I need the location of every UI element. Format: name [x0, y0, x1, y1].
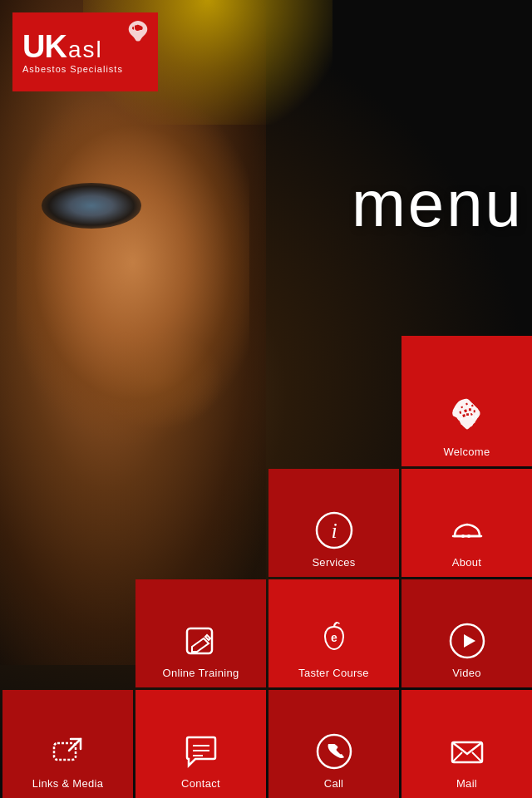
svg-point-4	[467, 534, 470, 538]
eye-detail	[42, 183, 141, 229]
chat-icon	[180, 731, 222, 772]
tile-taster-course[interactable]: e Taster Course	[268, 579, 399, 687]
logo-asl: asl	[68, 38, 103, 62]
call-label: Call	[324, 777, 344, 790]
tile-mail[interactable]: Mail	[401, 690, 532, 798]
logo[interactable]: UK asl Asbestos Specialists	[12, 12, 158, 91]
menu-row-4: Links & Media Contact Call	[2, 690, 532, 798]
welcome-label: Welcome	[443, 446, 490, 458]
svg-line-15	[472, 752, 482, 762]
edit-icon	[180, 620, 222, 662]
link-icon	[47, 731, 89, 772]
video-label: Video	[452, 667, 481, 679]
svg-line-14	[452, 752, 462, 762]
svg-text:e: e	[331, 631, 337, 644]
tile-services[interactable]: i Services	[268, 469, 399, 577]
contact-label: Contact	[181, 777, 220, 790]
phone-icon	[313, 731, 355, 772]
tile-links-media[interactable]: Links & Media	[2, 690, 133, 798]
svg-rect-8	[54, 743, 76, 760]
tile-video[interactable]: Video	[401, 579, 532, 687]
menu-row-1: Welcome	[2, 336, 532, 466]
menu-grid: Welcome i Services About	[2, 336, 532, 798]
links-media-label: Links & Media	[32, 777, 104, 790]
logo-subtitle: Asbestos Specialists	[22, 64, 123, 74]
online-training-label: Online Training	[163, 667, 239, 679]
logo-text: UK asl	[22, 31, 103, 62]
svg-text:i: i	[331, 519, 337, 543]
taster-course-label: Taster Course	[298, 667, 369, 679]
info-icon: i	[313, 510, 355, 551]
menu-row-2: i Services About	[2, 469, 532, 577]
about-label: About	[452, 556, 481, 569]
play-icon	[446, 620, 488, 662]
logo-uk: UK	[22, 31, 66, 62]
tile-contact[interactable]: Contact	[135, 690, 266, 798]
tile-call[interactable]: Call	[268, 690, 399, 798]
apple-e-icon: e	[313, 620, 355, 662]
mail-icon	[446, 731, 488, 772]
helmet-icon	[446, 510, 488, 551]
tile-online-training[interactable]: Online Training	[135, 579, 266, 687]
tile-about[interactable]: About	[401, 469, 532, 577]
menu-title: menu	[352, 166, 524, 242]
uk-map-icon	[443, 392, 491, 441]
mail-label: Mail	[456, 777, 477, 790]
tile-welcome[interactable]: Welcome	[401, 336, 532, 466]
svg-point-3	[461, 534, 465, 538]
map-icon	[126, 19, 150, 48]
services-label: Services	[312, 556, 355, 569]
menu-row-3: Online Training e Taster Course Video	[2, 579, 532, 687]
